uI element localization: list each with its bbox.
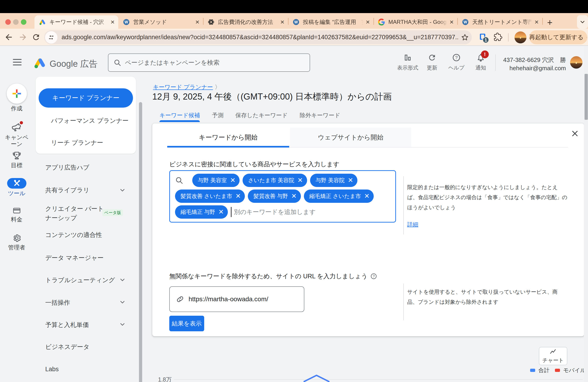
chip-remove-icon[interactable]: ✕	[230, 177, 235, 184]
breadcrumb: キーワード プランナー〉	[153, 83, 220, 91]
tab-forecast[interactable]: 予測	[212, 112, 224, 119]
main-menu-button[interactable]	[13, 59, 21, 65]
sidebar-scrollbar[interactable]	[139, 102, 142, 382]
rail-item-create[interactable]: 作成	[0, 83, 33, 112]
tab-close-icon[interactable]: ×	[110, 19, 115, 25]
tab-negative-keywords[interactable]: 除外キーワード	[300, 112, 340, 119]
rail-item-goals[interactable]: 目標	[0, 151, 33, 169]
sidebar-item-reach-planner[interactable]: リーチ プランナー	[51, 139, 103, 147]
tab-keyword-ideas[interactable]: キーワード候補	[159, 112, 200, 119]
sidebar-item-labs[interactable]: Labs	[45, 366, 59, 373]
keyword-chip[interactable]: 髪質改善 さいたま市✕	[175, 190, 245, 203]
tools-pill[interactable]	[7, 178, 26, 189]
sidebar-item-creator-partnerships[interactable]: クリエイター パート ナーシップ	[45, 204, 104, 223]
keyword-chip[interactable]: 与野 美容院✕	[310, 174, 357, 187]
chevron-down-icon[interactable]	[119, 299, 126, 306]
card-close-button[interactable]	[569, 128, 580, 139]
legend-total-label: 合計	[538, 367, 549, 374]
chip-remove-icon[interactable]: ✕	[218, 209, 224, 215]
create-button[interactable]	[7, 83, 27, 104]
chip-remove-icon[interactable]: ✕	[297, 177, 303, 184]
notifications-button[interactable]: ! 通知	[469, 53, 493, 71]
sidebar-item-data-manager[interactable]: データ マネージャー	[45, 254, 104, 262]
breadcrumb-link[interactable]: キーワード プランナー	[153, 84, 213, 90]
sidebar-item-business-data[interactable]: ビジネスデータ	[45, 343, 90, 351]
back-button[interactable]	[3, 32, 14, 42]
chatgpt-favicon	[208, 19, 214, 25]
reload-button[interactable]	[31, 32, 41, 42]
tab-close-icon[interactable]: ×	[195, 19, 199, 25]
sidebar-item-performance-planner[interactable]: パフォーマンス プランナー	[51, 116, 129, 125]
refresh-button[interactable]: 更新	[420, 53, 444, 71]
tab-search-button[interactable]	[577, 15, 588, 29]
keyword-chip[interactable]: さいたま市 美容院✕	[243, 174, 307, 187]
page-scrollbar-thumb[interactable]	[585, 74, 588, 120]
site-url-input[interactable]: https://martha-oowada.com/	[169, 286, 304, 312]
help-button[interactable]: ? ヘルプ	[444, 53, 469, 71]
chip-remove-icon[interactable]: ✕	[291, 193, 296, 199]
card-tab-website[interactable]: ウェブサイトから開始	[290, 128, 411, 147]
sidebar-item-budgets-bids[interactable]: 予算と入札単価	[45, 321, 89, 329]
help-icon[interactable]: ?	[370, 273, 377, 280]
browser-tab[interactable]: W 天然トリートメント専門MA ×	[457, 15, 542, 29]
chip-remove-icon[interactable]: ✕	[364, 193, 369, 199]
rail-item-campaigns[interactable]: キャンペーン	[0, 122, 33, 147]
traffic-close-button[interactable]	[5, 19, 11, 25]
reading-list-button[interactable]: 1	[477, 31, 488, 42]
chip-remove-icon[interactable]: ✕	[348, 177, 353, 184]
new-tab-button[interactable]: +	[547, 18, 552, 28]
account-avatar[interactable]	[570, 56, 583, 69]
browser-tab[interactable]: 広告費消化の改善方法 ×	[203, 15, 288, 29]
site-settings-icon[interactable]	[45, 31, 57, 44]
url-section-label: 無関係なキーワードを除外するため、サイトの URL を入力しましょう ?	[169, 272, 377, 280]
sidebar-item-shared-library[interactable]: 共有ライブラリ	[45, 186, 89, 194]
browser-tab[interactable]: W 投稿を編集 “広告運用 実例 ×	[288, 15, 374, 29]
chip-remove-icon[interactable]: ✕	[235, 193, 241, 199]
rail-item-admin[interactable]: 管理者	[0, 233, 33, 251]
keyword-chip[interactable]: 与野 美容室✕	[192, 174, 240, 187]
site-url-value: https://martha-oowada.com/	[189, 295, 268, 303]
browser-profile-avatar[interactable]	[514, 31, 526, 43]
url-text[interactable]: ads.google.com/aw/keywordplanner/ideas/n…	[62, 34, 458, 41]
campaign-search-box[interactable]: ページまたはキャンペーンを検索	[108, 54, 310, 72]
bookmark-button[interactable]	[458, 34, 472, 41]
browser-tab[interactable]: W 営業メソッド ×	[118, 15, 203, 29]
browser-tab-active[interactable]: キーワード候補 - 穴沢 勝 ×	[34, 15, 118, 29]
chart-toggle-button[interactable]: チャート	[539, 347, 567, 365]
notification-badge: !	[481, 51, 489, 58]
sidebar-item-content-suitability[interactable]: コンテンツの適合性	[45, 231, 102, 239]
kebab-menu-icon[interactable]	[586, 34, 587, 40]
traffic-zoom-button[interactable]	[21, 19, 26, 25]
card-tab-keywords[interactable]: キーワードから開始	[167, 128, 289, 147]
sidebar-item-bulk-actions[interactable]: 一括操作	[45, 299, 70, 307]
sidebar-item-app-ads-hub[interactable]: アプリ広告ハブ	[45, 163, 89, 172]
forward-button[interactable]	[18, 32, 28, 42]
account-info[interactable]: 437-382-6629 穴沢 勝 hehehair@gmail.com	[503, 56, 566, 72]
chevron-down-icon[interactable]	[119, 321, 126, 328]
add-keyword-input[interactable]: 別のキーワードを追加します	[231, 205, 315, 219]
rail-item-tools[interactable]: ツール	[0, 178, 33, 197]
tab-close-icon[interactable]: ×	[366, 19, 370, 25]
tab-close-icon[interactable]: ×	[449, 19, 454, 25]
tab-close-icon[interactable]: ×	[534, 19, 539, 25]
chevron-down-icon[interactable]	[119, 187, 126, 194]
keyword-input-box[interactable]: 与野 美容室✕ さいたま市 美容院✕ 与野 美容院✕ 髪質改善 さいたま市✕ 髪…	[169, 170, 396, 223]
keyword-chip[interactable]: 縮毛矯正 さいたま市✕	[304, 190, 374, 203]
chevron-down-icon[interactable]	[119, 276, 126, 283]
address-bar[interactable]: ads.google.com/aw/keywordplanner/ideas/n…	[44, 30, 472, 44]
relaunch-update-button[interactable]: 再起動して更新する	[529, 30, 587, 44]
sidebar-item-keyword-planner[interactable]: キーワード プランナー	[39, 88, 133, 108]
extensions-button[interactable]	[493, 32, 503, 42]
tab-close-icon[interactable]: ×	[280, 19, 284, 25]
traffic-minimize-button[interactable]	[13, 19, 19, 25]
show-results-button[interactable]: 結果を表示	[169, 316, 204, 331]
keyword-chip[interactable]: 縮毛矯正 与野✕	[175, 205, 228, 219]
appearance-button[interactable]: 表示形式	[396, 53, 420, 71]
tip-learn-more-link[interactable]: 詳細	[407, 221, 418, 228]
tab-saved-keywords[interactable]: 保存したキーワード	[235, 112, 288, 119]
plan-tabs: キーワード候補 予測 保存したキーワード 除外キーワード	[159, 112, 340, 119]
browser-tab[interactable]: MARTHA大和田 - Google ×	[374, 15, 457, 29]
sidebar-item-troubleshooting[interactable]: トラブルシューティング	[45, 276, 115, 284]
rail-item-billing[interactable]: 料金	[0, 207, 33, 223]
keyword-chip[interactable]: 髪質改善 与野✕	[248, 190, 301, 203]
